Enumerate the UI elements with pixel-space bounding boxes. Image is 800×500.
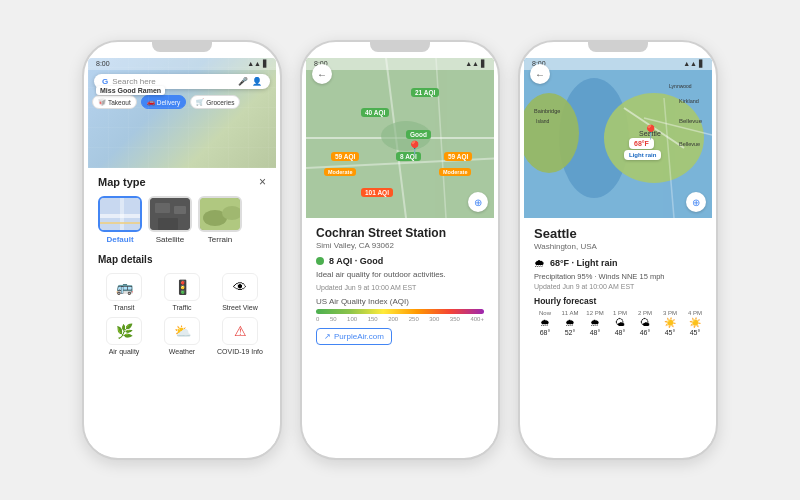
map-type-options: Default Satellite — [98, 196, 266, 244]
aqi-map: 8:00 ▲▲ ▋ ← 21 AQI 40 AQI Good 59 AQI 8 … — [306, 58, 494, 218]
aqi-badge-good-text: Good — [406, 130, 431, 139]
traffic-label: Traffic — [172, 304, 191, 311]
compass-button[interactable]: ⊕ — [468, 192, 488, 212]
weather-updated: Updated Jun 9 at 10:00 AM EST — [534, 283, 702, 290]
hourly-3pm: 3 PM ☀️ 45° — [659, 310, 681, 336]
satellite-map-svg — [150, 198, 192, 232]
map-preview: 8:00 ▲▲ ▋ G Search here 🎤 👤 🥡 Takeout 🚗 … — [88, 58, 276, 168]
covid-icon: ⚠ — [222, 317, 258, 345]
aqi-reading: 8 AQI · Good — [316, 256, 484, 266]
weather-map: Seattle Bellevue Kirkland Lynnwood Bainb… — [524, 58, 712, 218]
close-button[interactable]: × — [259, 176, 266, 188]
purpleair-link[interactable]: ↗ PurpleAir.com — [316, 328, 392, 345]
aqi-scale-label: US Air Quality Index (AQI) — [316, 297, 484, 306]
phone-map-type: 8:00 ▲▲ ▋ G Search here 🎤 👤 🥡 Takeout 🚗 … — [82, 40, 282, 460]
map-type-panel: Map type × Default — [88, 168, 276, 363]
aqi-badge-40: 40 AQI — [361, 108, 389, 117]
map-type-default[interactable]: Default — [98, 196, 142, 244]
svg-text:Island: Island — [536, 118, 550, 124]
place-address: Simi Valley, CA 93062 — [316, 241, 484, 250]
weather-map-svg: Seattle Bellevue Kirkland Lynnwood Bainb… — [524, 58, 712, 218]
weather-precip: Precipitation 95% · Winds NNE 15 mph — [534, 272, 702, 281]
map-place-label: Miss Good Ramen — [96, 86, 165, 95]
svg-text:Kirkland: Kirkland — [679, 98, 699, 104]
covid-label: COVID-19 Info — [217, 348, 263, 355]
phone-weather: Seattle Bellevue Kirkland Lynnwood Bainb… — [518, 40, 718, 460]
map-details-grid: 🚌 Transit 🚦 Traffic 👁 Street View 🌿 Air … — [98, 273, 266, 355]
city-country: Washington, USA — [534, 242, 702, 251]
weather-icon: ⛅ — [164, 317, 200, 345]
terrain-label: Terrain — [208, 235, 232, 244]
svg-rect-3 — [100, 222, 142, 224]
aqi-scale-numbers: 0 50 100 150 200 250 300 350 400+ — [316, 316, 484, 322]
phone-screen-3: Seattle Bellevue Kirkland Lynnwood Bainb… — [524, 58, 712, 454]
link-icon: ↗ — [324, 332, 331, 341]
back-button-3[interactable]: ← — [530, 64, 550, 84]
phone-notch — [152, 42, 212, 52]
detail-streetview[interactable]: 👁 Street View — [214, 273, 266, 311]
map-type-satellite[interactable]: Satellite — [148, 196, 192, 244]
aqi-description: Ideal air quality for outdoor activities… — [316, 270, 484, 280]
hourly-1pm: 1 PM 🌤 48° — [609, 310, 631, 336]
aqi-info-panel: Cochran Street Station Simi Valley, CA 9… — [306, 218, 494, 454]
hourly-11am: 11 AM 🌧 52° — [559, 310, 581, 336]
status-icons-3: ▲▲ ▋ — [683, 60, 704, 68]
svg-rect-5 — [155, 203, 170, 213]
phone-notch-3 — [588, 42, 648, 52]
hourly-row: Now 🌧 68° 11 AM 🌧 52° 12 PM 🌧 48° — [534, 310, 702, 336]
compass-button-3[interactable]: ⊕ — [686, 192, 706, 212]
air-quality-label: Air quality — [109, 348, 140, 355]
aqi-value: 8 AQI · Good — [329, 256, 383, 266]
status-bar-3: 8:00 ▲▲ ▋ — [524, 58, 712, 70]
hourly-now: Now 🌧 68° — [534, 310, 556, 336]
aqi-badge-moderate-left: Moderate — [324, 168, 356, 176]
streetview-icon: 👁 — [222, 273, 258, 301]
map-type-terrain[interactable]: Terrain — [198, 196, 242, 244]
traffic-icon: 🚦 — [164, 273, 200, 301]
current-weather-icon: 🌧 — [534, 257, 545, 269]
place-name: Cochran Street Station — [316, 226, 484, 240]
map-roads-svg — [306, 58, 494, 218]
panel-header: Map type × — [98, 176, 266, 188]
satellite-thumb — [148, 196, 192, 232]
svg-text:Bellevue: Bellevue — [679, 141, 700, 147]
detail-weather[interactable]: ⛅ Weather — [156, 317, 208, 355]
hourly-12pm: 12 PM 🌧 48° — [584, 310, 606, 336]
location-pin: 📍 — [406, 140, 423, 156]
terrain-thumb — [198, 196, 242, 232]
terrain-map-svg — [200, 198, 242, 232]
current-weather: 🌧 68°F · Light rain — [534, 257, 702, 269]
satellite-label: Satellite — [156, 235, 184, 244]
hourly-label: Hourly forecast — [534, 296, 702, 306]
aqi-scale-bar — [316, 309, 484, 314]
air-quality-icon: 🌿 — [106, 317, 142, 345]
phone-notch-2 — [370, 42, 430, 52]
aqi-updated: Updated Jun 9 at 10:00 AM EST — [316, 284, 484, 291]
aqi-badge-101: 101 AQI — [361, 188, 393, 197]
weather-panel: Seattle Washington, USA 🌧 68°F · Light r… — [524, 218, 712, 454]
svg-rect-7 — [158, 218, 178, 230]
status-bar-2: 8:00 ▲▲ ▋ — [306, 58, 494, 70]
detail-traffic[interactable]: 🚦 Traffic — [156, 273, 208, 311]
detail-transit[interactable]: 🚌 Transit — [98, 273, 150, 311]
weather-label: Weather — [169, 348, 195, 355]
detail-air-quality[interactable]: 🌿 Air quality — [98, 317, 150, 355]
default-map-svg — [100, 198, 142, 232]
aqi-badge-59-right: 59 AQI — [444, 152, 472, 161]
transit-label: Transit — [113, 304, 134, 311]
city-name: Seattle — [534, 226, 702, 241]
aqi-dot — [316, 257, 324, 265]
details-section-title: Map details — [98, 254, 266, 265]
default-thumb — [98, 196, 142, 232]
aqi-badge-21: 21 AQI — [411, 88, 439, 97]
streetview-label: Street View — [222, 304, 258, 311]
detail-covid[interactable]: ⚠ COVID-19 Info — [214, 317, 266, 355]
svg-rect-6 — [174, 206, 186, 214]
panel-title: Map type — [98, 176, 146, 188]
weather-condition-badge: Light rain — [624, 150, 661, 160]
hourly-2pm: 2 PM 🌤 46° — [634, 310, 656, 336]
transit-icon: 🚌 — [106, 273, 142, 301]
status-icons-2: ▲▲ ▋ — [465, 60, 486, 68]
back-button-2[interactable]: ← — [312, 64, 332, 84]
current-temp-desc: 68°F · Light rain — [550, 258, 618, 268]
